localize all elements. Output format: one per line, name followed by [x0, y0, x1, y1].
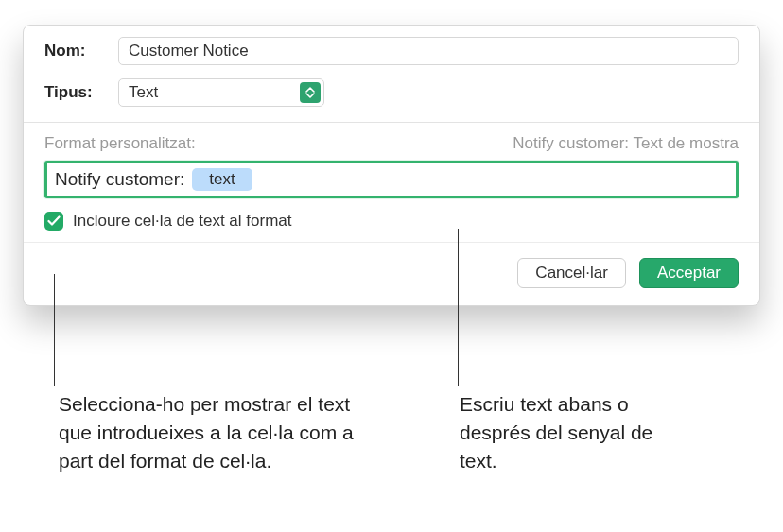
accept-button[interactable]: Acceptar — [639, 258, 739, 288]
include-text-row: Incloure cel·la de text al format — [24, 198, 759, 242]
callout-right-text: Escriu text abans o després del senyal d… — [460, 390, 687, 474]
name-row: Nom: — [24, 26, 759, 65]
include-text-label: Incloure cel·la de text al format — [73, 212, 292, 231]
type-label: Tipus: — [44, 83, 118, 102]
custom-format-label: Format personalitzat: — [44, 134, 196, 153]
callout-line-right — [458, 229, 459, 386]
sample-text: Notify customer: Text de mostra — [513, 134, 739, 153]
type-select-value: Text — [129, 83, 158, 102]
include-text-checkbox[interactable] — [44, 212, 63, 231]
button-row: Cancel·lar Acceptar — [24, 242, 759, 298]
custom-format-section: Format personalitzat: Notify customer: T… — [24, 123, 759, 198]
checkmark-icon — [47, 215, 61, 227]
text-token[interactable]: text — [192, 168, 252, 191]
type-row: Tipus: Text — [24, 65, 759, 107]
callout-line-left — [54, 274, 55, 386]
type-select[interactable]: Text — [118, 78, 324, 107]
cancel-button[interactable]: Cancel·lar — [517, 258, 626, 288]
name-input[interactable] — [118, 37, 739, 65]
format-prefix-text: Notify customer: — [55, 169, 184, 190]
custom-format-dialog: Nom: Tipus: Text Format personalitzat: N… — [23, 25, 760, 306]
name-label: Nom: — [44, 42, 118, 60]
callout-left-text: Selecciona-ho per mostrar el text que in… — [59, 390, 361, 474]
chevron-updown-icon — [300, 82, 321, 103]
section-header: Format personalitzat: Notify customer: T… — [44, 134, 739, 153]
format-input[interactable]: Notify customer: text — [44, 161, 739, 198]
